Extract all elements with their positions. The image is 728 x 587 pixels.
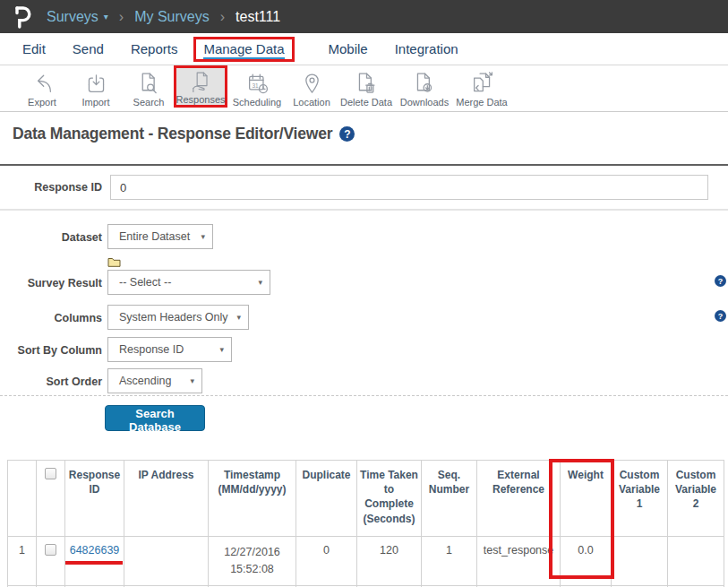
timestamp-cell: 12/27/2016 15:52:08 (209, 537, 296, 586)
col-ip-address: IP Address (124, 461, 209, 537)
time-taken-cell: 120 (357, 537, 422, 586)
scheduling-icon: 31 (244, 71, 270, 97)
help-icon[interactable]: ? (715, 310, 726, 322)
col-time-taken: Time Taken to Complete (Seconds) (357, 461, 422, 537)
dataset-label: Dataset (0, 231, 102, 244)
col-seq-number: Seq. Number (422, 461, 477, 537)
toolbar-search[interactable]: Search (124, 66, 174, 108)
dataset-select-value: Entire Dataset (119, 230, 190, 243)
survey-result-label: Survey Result (0, 277, 102, 289)
columns-label: Columns (0, 312, 102, 324)
nav-tabs: Edit Send Reports Manage Data Mobile Int… (0, 33, 728, 65)
row-number-header (8, 461, 37, 537)
tab-manage-data[interactable]: Manage Data (193, 37, 294, 62)
custom-variable-1-cell (612, 537, 668, 586)
folder-icon[interactable] (107, 255, 121, 264)
chevron-down-icon: ▾ (258, 278, 262, 287)
tab-send[interactable]: Send (73, 41, 104, 56)
export-icon (30, 71, 56, 97)
toolbar-location[interactable]: Location (287, 66, 337, 108)
breadcrumb-my-surveys-label: My Surveys (134, 9, 210, 25)
survey-result-select[interactable]: -- Select -- ▾ (107, 270, 270, 295)
page-title: Data Management - Response Editor/Viewer (13, 125, 332, 143)
col-weight: Weight (561, 461, 612, 537)
toolbar-merge-data[interactable]: Merge Data (453, 66, 510, 108)
chevron-down-icon: ▾ (201, 232, 205, 241)
col-custom-variable-2: Custom Variable 2 (668, 461, 724, 537)
sort-by-column-select-value: Response ID (119, 343, 184, 356)
help-icon[interactable]: ? (715, 275, 726, 287)
col-response-id: Response ID (65, 461, 124, 537)
merge-data-icon (469, 71, 495, 97)
breadcrumb-separator: › (119, 9, 124, 25)
dataset-select[interactable]: Entire Dataset ▾ (107, 224, 213, 249)
toolbar-export-label: Export (28, 97, 56, 108)
divider-dark (0, 164, 728, 166)
table-header-row: Response ID IP Address Timestamp (MM/dd/… (8, 461, 724, 537)
tab-mobile[interactable]: Mobile (329, 41, 368, 56)
columns-select-value: System Headers Only (119, 311, 228, 324)
delete-data-icon (354, 71, 380, 97)
sort-order-label: Sort Order (0, 376, 102, 388)
toolbar-search-label: Search (133, 97, 165, 108)
toolbar-import[interactable]: Import (68, 66, 124, 108)
breadcrumb-separator: › (220, 9, 225, 25)
toolbar-export[interactable]: Export (16, 66, 68, 108)
external-reference-cell: test_response (477, 537, 561, 586)
toolbar-responses[interactable]: Responses (174, 65, 227, 108)
ip-address-cell (124, 537, 209, 586)
col-timestamp: Timestamp (MM/dd/yyyy) (209, 461, 296, 537)
location-icon (299, 71, 325, 97)
breadcrumb-surveys-label: Surveys (47, 9, 98, 25)
breadcrumb-surveys[interactable]: Surveys ▾ (47, 9, 108, 25)
response-id-link[interactable]: 64826639 (70, 544, 120, 557)
col-custom-variable-1: Custom Variable 1 (612, 461, 668, 537)
select-all-checkbox[interactable] (45, 468, 56, 479)
page-title-row: Data Management - Response Editor/Viewer… (13, 125, 355, 143)
select-all-header (37, 461, 65, 537)
tab-integration[interactable]: Integration (395, 41, 458, 56)
tab-edit[interactable]: Edit (22, 41, 46, 56)
columns-select[interactable]: System Headers Only ▾ (107, 305, 249, 330)
responses-icon (188, 71, 214, 94)
breadcrumb-current-survey: test111 (236, 9, 280, 25)
toolbar-downloads-label: Downloads (400, 97, 449, 108)
tab-reports[interactable]: Reports (131, 41, 178, 56)
import-icon (83, 71, 109, 97)
response-id-cell: 64826639 (65, 537, 124, 586)
toolbar-downloads[interactable]: Downloads (396, 66, 453, 108)
search-icon (136, 71, 162, 97)
table-row: 1 64826639 12/27/2016 15:52:08 0 120 1 t… (8, 537, 724, 586)
response-id-label: Response ID (0, 181, 102, 194)
toolbar-delete-data[interactable]: Delete Data (337, 66, 396, 108)
row-number-cell: 1 (8, 537, 37, 586)
weight-cell: 0.0 (561, 537, 612, 586)
sort-by-column-label: Sort By Column (0, 344, 102, 357)
divider-light (0, 209, 728, 211)
questionpro-logo-icon[interactable] (13, 4, 32, 30)
toolbar-location-label: Location (293, 97, 330, 108)
sort-order-select[interactable]: Ascending ▾ (107, 368, 202, 393)
chevron-down-icon: ▾ (219, 345, 224, 354)
toolbar-responses-label: Responses (176, 94, 225, 105)
toolbar-merge-data-label: Merge Data (456, 97, 507, 108)
toolbar-delete-data-label: Delete Data (340, 97, 392, 108)
responses-table: Response ID IP Address Timestamp (MM/dd/… (7, 460, 724, 587)
custom-variable-2-cell (668, 537, 724, 586)
row-checkbox[interactable] (45, 544, 56, 556)
row-select-cell (37, 537, 65, 586)
search-database-button[interactable]: Search Database (105, 405, 205, 431)
sort-by-column-select[interactable]: Response ID ▾ (107, 337, 232, 362)
help-icon[interactable]: ? (339, 126, 355, 142)
col-external-reference: External Reference (477, 461, 561, 537)
svg-text:31: 31 (252, 82, 259, 89)
manage-data-toolbar: Export Import Search (0, 66, 728, 112)
toolbar-scheduling-label: Scheduling (233, 97, 281, 108)
tab-manage-data-label: Manage Data (203, 41, 284, 59)
breadcrumb-my-surveys[interactable]: My Surveys (134, 9, 210, 25)
toolbar-scheduling[interactable]: 31 Scheduling (227, 66, 287, 108)
toolbar-import-label: Import (81, 97, 109, 108)
duplicate-cell: 0 (296, 537, 357, 586)
response-id-input[interactable] (110, 175, 708, 200)
chevron-down-icon: ▾ (236, 313, 241, 322)
